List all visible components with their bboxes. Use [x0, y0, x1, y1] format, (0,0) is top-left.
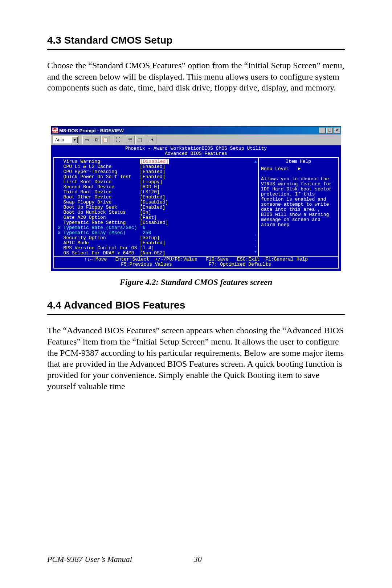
bios-options-panel[interactable]: Virus Warning [Disabled] CPU L1 & L2 Cac…	[54, 158, 258, 256]
footer-manual-name: PCM-9387 User’s Manual	[47, 555, 132, 564]
section-heading-4-4: 4.4 Advanced BIOS Features	[47, 299, 345, 315]
footer-page-number: 30	[194, 555, 202, 564]
bios-help-panel: Item HelpMenu Level ► Allows you to choo…	[258, 158, 338, 256]
scroll-up-icon[interactable]	[254, 159, 257, 164]
help-menu-level: Menu Level ►	[261, 166, 301, 172]
properties-icon[interactable]: ☰	[126, 136, 135, 144]
scroll-down-icon[interactable]	[254, 249, 257, 254]
figure-caption: Figure 4.2: Standard CMOS features scree…	[47, 278, 345, 287]
close-button[interactable]: ×	[334, 128, 340, 133]
dos-toolbar: Auto ▼ ▭ ⧉ 📋 ⛶ ☰ ⬚ A	[51, 134, 341, 145]
window-title: MS-DOS Prompt - BIOSVIEW	[59, 128, 319, 133]
window-titlebar: MSDOS MS-DOS Prompt - BIOSVIEW _ □ ×	[51, 126, 341, 134]
minimize-button[interactable]: _	[319, 128, 326, 133]
section-heading-4-3: 4.3 Standard CMOS Setup	[47, 35, 345, 50]
toolbar-btn-1[interactable]: ▭	[82, 136, 91, 144]
bios-window: MSDOS MS-DOS Prompt - BIOSVIEW _ □ × Aut…	[51, 126, 341, 271]
background-icon[interactable]: ⬚	[135, 136, 144, 144]
bios-scrollbar[interactable]: ▪▪▪	[253, 159, 258, 254]
bios-header: Phoenix - Award WorkstationBIOS CMOS Set…	[53, 146, 339, 156]
section-4-3-body: Choose the “Standard CMOS Features” opti…	[47, 60, 345, 93]
fullscreen-icon[interactable]: ⛶	[114, 136, 122, 144]
maximize-button[interactable]: □	[326, 128, 333, 133]
bios-footer: ↑↓↔:Move Enter:Select +/-/PU/PD:Value F1…	[53, 257, 339, 269]
chevron-down-icon: ▼	[72, 137, 78, 143]
section-4-4-body: The “Advanced BIOS Features” screen appe…	[47, 325, 345, 392]
bios-screen: Phoenix - Award WorkstationBIOS CMOS Set…	[51, 145, 341, 271]
help-text: Allows you to choose the VIRUS warning f…	[261, 176, 335, 227]
dropdown-value: Auto	[55, 137, 64, 142]
font-button[interactable]: A	[148, 136, 156, 144]
paste-icon[interactable]: 📋	[101, 136, 110, 144]
figure-4-2: MSDOS MS-DOS Prompt - BIOSVIEW _ □ × Aut…	[47, 126, 345, 271]
help-title: Item Help	[261, 159, 336, 164]
msdos-icon: MSDOS	[52, 128, 58, 133]
font-size-dropdown[interactable]: Auto ▼	[53, 136, 79, 144]
copy-icon[interactable]: ⧉	[92, 136, 101, 144]
page-footer: PCM-9387 User’s Manual 30	[47, 555, 345, 564]
